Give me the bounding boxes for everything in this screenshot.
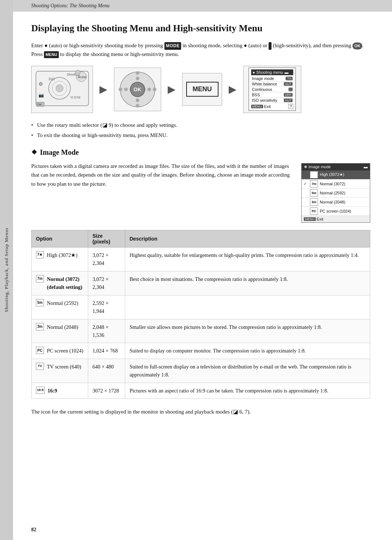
image-mode-row-normal2048: 3m Normal (2048) <box>302 198 370 207</box>
svg-point-7 <box>75 70 80 75</box>
svg-point-22 <box>124 88 128 91</box>
menu-row-image-mode: Image mode7m <box>251 76 293 81</box>
table-row: 16:9 16:9 3072 × 1728 Pictures with an a… <box>32 383 370 398</box>
high-sens-badge: ​​ <box>269 42 271 50</box>
option-label: TV screen (640) <box>47 363 81 371</box>
svg-point-20 <box>136 104 139 108</box>
image-mode-layout: Pictures taken with a digital camera are… <box>31 162 370 223</box>
desc-cell: Highest quality, suitable for enlargemen… <box>125 247 370 271</box>
image-mode-row-pc: PC PC screen (1024) <box>302 207 370 216</box>
option-icon: 7m <box>36 275 44 282</box>
menu-badge-intro: MENU <box>44 51 58 59</box>
table-row: 5m Normal (2592) 2,592 × 1,944 <box>32 295 370 319</box>
size-cell: 2,592 × 1,944 <box>88 295 125 319</box>
arrow-3: ▶ <box>229 83 237 95</box>
image-mode-row-high: 7★ High (3072★) <box>302 170 370 180</box>
table-body: 7★ High (3072★) 3,072 × 2,304 Highest qu… <box>32 247 370 399</box>
image-mode-screen-title: ❖ Image mode ▬ <box>302 164 370 170</box>
menu-screen-inner: ● Shooting menu ▬ Image mode7m White bal… <box>249 68 296 111</box>
image-mode-exit-row: MENU Exit <box>302 216 370 222</box>
menu-screen-title: ● Shooting menu ▬ <box>251 69 293 75</box>
image-mode-screen: ❖ Image mode ▬ 7★ High (3072★) ✓ 7m Norm… <box>301 163 370 223</box>
main-content: Shooting Options: The Shooting Menu Disp… <box>13 0 392 540</box>
svg-text:OK: OK <box>37 103 42 106</box>
desc-cell: Pictures with an aspect ratio of 16:9 ca… <box>125 383 370 398</box>
option-label: High (3072★) <box>47 251 77 259</box>
image-mode-row-normal3072: ✓ 7m Normal (3072) <box>302 180 370 189</box>
option-cell: 7m Normal (3072)(default setting) <box>32 271 88 295</box>
option-icon: 5m <box>36 299 44 306</box>
menu-row-continuous: Continuous□ <box>251 87 293 92</box>
col-option: Option <box>32 230 88 247</box>
option-cell: 7★ High (3072★) <box>32 247 88 271</box>
image-mode-icon: ❖ <box>31 148 37 156</box>
size-cell: 640 × 480 <box>88 359 125 383</box>
page-wrapper: Shooting, Playback, and Setup Menus Shoo… <box>0 0 392 540</box>
diagram-row: MODE Shooting ⚙ 📷 ISO SCENE OK <box>31 66 370 113</box>
size-cell: 3,072 × 2,304 <box>88 271 125 295</box>
size-cell: 1,024 × 768 <box>88 343 125 359</box>
desc-cell: Best choice in most situations. The comp… <box>125 271 370 295</box>
image-mode-row-normal2592: 5m Normal (2592) <box>302 189 370 198</box>
menu-button-label: MENU <box>186 82 219 97</box>
size-cell: 2,048 × 1,536 <box>88 319 125 343</box>
svg-point-16 <box>136 77 139 80</box>
col-description: Description <box>125 230 370 247</box>
section-heading-image-mode: ❖ Image Mode <box>31 148 370 157</box>
option-label: 16:9 <box>48 387 57 395</box>
ok-badge: OK <box>352 43 362 50</box>
option-icon: 3m <box>36 323 44 330</box>
menu-row-white-balance: White balanceAUT <box>251 81 293 87</box>
option-icon: TV <box>36 363 44 370</box>
svg-point-3 <box>56 85 63 92</box>
svg-text:📷: 📷 <box>38 92 44 98</box>
table-row: 7★ High (3072★) 3,072 × 2,304 Highest qu… <box>32 247 370 271</box>
table-row: 3m Normal (2048) 2,048 × 1,536 Smaller s… <box>32 319 370 343</box>
bullet-item-2: To exit the shooting or high-sensitivity… <box>31 131 370 140</box>
menu-row-iso: ISO sensitivityAUT <box>251 98 293 103</box>
desc-cell <box>125 295 370 319</box>
arrow-1: ▶ <box>99 83 107 95</box>
arrow-2: ▶ <box>168 83 176 95</box>
mode-badge: MODE <box>164 42 181 50</box>
page-number: 82 <box>31 527 36 533</box>
svg-text:ISO: ISO <box>49 77 54 81</box>
image-mode-table: Option Size (pixels) Description 7★ High… <box>31 230 370 399</box>
camera-diagram: MODE Shooting ⚙ 📷 ISO SCENE OK <box>31 66 93 113</box>
option-cell: 3m Normal (2048) <box>32 319 88 343</box>
dpad-diagram: OK <box>114 68 161 111</box>
footer-text: The icon for the current setting is disp… <box>31 407 370 416</box>
desc-cell: Suited to display on computer monitor. T… <box>125 343 370 359</box>
dpad-svg: OK <box>117 69 159 109</box>
top-bar-text: Shooting Options: The Shooting Menu <box>31 3 109 8</box>
option-cell: 5m Normal (2592) <box>32 295 88 319</box>
svg-point-25 <box>147 88 151 91</box>
bullet-list: Use the rotary multi selector (◪ 9) to c… <box>31 121 370 140</box>
table-row: 7m Normal (3072)(default setting) 3,072 … <box>32 271 370 295</box>
svg-text:SCENE: SCENE <box>70 96 81 99</box>
option-icon: PC <box>36 347 44 354</box>
side-tab-label: Shooting, Playback, and Setup Menus <box>4 228 9 313</box>
option-label: Normal (2592) <box>47 299 78 307</box>
desc-cell: Smaller size allows more pictures to be … <box>125 319 370 343</box>
option-cell: TV TV screen (640) <box>32 359 88 383</box>
option-label: Normal (3072)(default setting) <box>47 275 82 291</box>
camera-svg: MODE Shooting ⚙ 📷 ISO SCENE OK <box>34 68 90 109</box>
menu-screen-diagram: ● Shooting menu ▬ Image mode7m White bal… <box>243 66 301 113</box>
image-mode-text: Pictures taken with a digital camera are… <box>31 162 290 223</box>
table-header-row: Option Size (pixels) Description <box>32 230 370 247</box>
image-mode-screen-inner: ❖ Image mode ▬ 7★ High (3072★) ✓ 7m Norm… <box>301 163 370 223</box>
size-cell: 3072 × 1728 <box>88 383 125 398</box>
desc-cell: Suited to full-screen display on a telev… <box>125 359 370 383</box>
table-header: Option Size (pixels) Description <box>32 230 370 247</box>
menu-badge-bullet: MENU <box>150 132 166 138</box>
option-icon: 16:9 <box>36 387 45 394</box>
svg-point-19 <box>136 98 139 102</box>
table-row: TV TV screen (640) 640 × 480 Suited to f… <box>32 359 370 383</box>
option-icon: 7★ <box>36 251 44 258</box>
table-row: PC PC screen (1024) 1,024 × 768 Suited t… <box>32 343 370 359</box>
menu-row-bss: BSSOFF <box>251 92 293 98</box>
svg-text:OK: OK <box>134 86 141 92</box>
top-bar: Shooting Options: The Shooting Menu <box>13 0 392 12</box>
option-cell: PC PC screen (1024) <box>32 343 88 359</box>
